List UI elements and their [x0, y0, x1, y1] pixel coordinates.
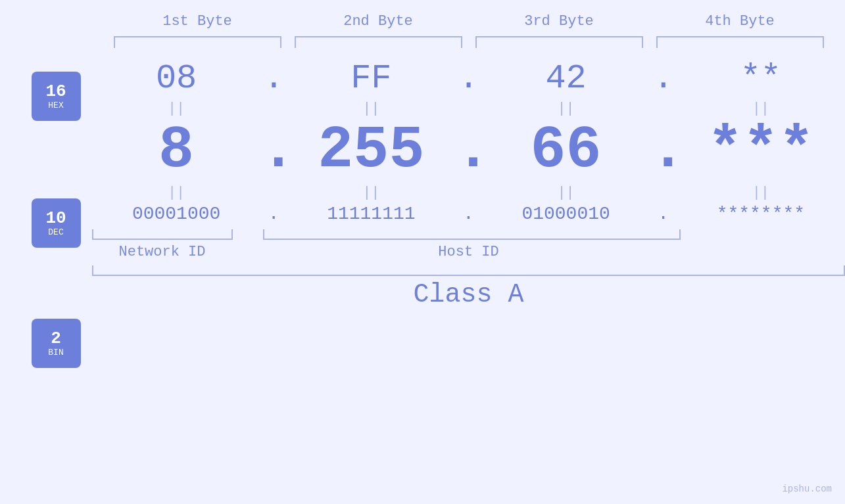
- dec-row: 8 . 255 . 66 . ***: [92, 118, 845, 183]
- hex-byte4: **: [677, 58, 845, 99]
- dec-dot2: .: [456, 118, 482, 183]
- bin-byte2: 11111111: [287, 202, 455, 226]
- hex-dot1: .: [260, 58, 287, 99]
- eq2-b4: ||: [677, 185, 845, 201]
- eq1-b3: ||: [482, 101, 650, 117]
- dec-dot3: .: [650, 118, 677, 183]
- dec-byte1: 8: [92, 118, 260, 183]
- bracket-byte3: [475, 36, 643, 48]
- bin-badge: 2 BIN: [32, 319, 81, 368]
- hex-byte1: 08: [92, 58, 260, 99]
- badges-column: 16 HEX 10 DEC 2 BIN: [0, 52, 92, 373]
- label-spacer3: [705, 244, 845, 260]
- class-label: Class A: [92, 280, 845, 309]
- dec-byte2: 255: [287, 118, 455, 183]
- dec-byte3: 66: [482, 118, 650, 183]
- network-bracket: [92, 229, 233, 240]
- bin-dot3: .: [650, 202, 677, 226]
- top-brackets: [107, 36, 831, 48]
- bin-dot2: .: [456, 202, 482, 226]
- byte2-header: 2nd Byte: [288, 13, 469, 30]
- eq1-b4: ||: [677, 101, 845, 117]
- host-id-label: Host ID: [258, 244, 679, 260]
- hex-dot2: .: [456, 58, 482, 99]
- bracket-byte1: [114, 36, 281, 48]
- eq2-b3: ||: [482, 185, 650, 201]
- hex-byte2: FF: [287, 58, 455, 99]
- bin-byte4: ********: [677, 202, 845, 226]
- bottom-brackets-row: [92, 229, 845, 240]
- label-spacer2: [679, 244, 705, 260]
- data-area: 08 . FF . 42 . ** || || || || 8 .: [92, 52, 845, 309]
- bracket-byte4: [656, 36, 824, 48]
- header-row: 1st Byte 2nd Byte 3rd Byte 4th Byte: [107, 13, 831, 30]
- eq2-b2: ||: [287, 185, 455, 201]
- label-spacer1: [232, 244, 258, 260]
- dec-dot1: .: [260, 118, 287, 183]
- bracket-byte2: [295, 36, 462, 48]
- main-container: 1st Byte 2nd Byte 3rd Byte 4th Byte 16 H…: [0, 0, 845, 504]
- eq1-b2: ||: [287, 101, 455, 117]
- host-bracket: [263, 229, 681, 240]
- byte1-header: 1st Byte: [107, 13, 288, 30]
- big-bottom-bracket: [92, 265, 845, 276]
- bin-row: 00001000 . 11111111 . 01000010 . *******…: [92, 202, 845, 226]
- byte4-header: 4th Byte: [650, 13, 831, 30]
- hex-dot3: .: [650, 58, 677, 99]
- eq2-b1: ||: [92, 185, 260, 201]
- bin-byte1: 00001000: [92, 202, 260, 226]
- byte3-header: 3rd Byte: [469, 13, 650, 30]
- eq1-b1: ||: [92, 101, 260, 117]
- bottom-labels-row: Network ID Host ID: [92, 244, 845, 260]
- bin-dot1: .: [260, 202, 287, 226]
- dec-badge: 10 DEC: [32, 198, 81, 248]
- hex-row: 08 . FF . 42 . **: [92, 58, 845, 99]
- hex-byte3: 42: [482, 58, 650, 99]
- watermark: ipshu.com: [782, 484, 832, 494]
- network-id-label: Network ID: [92, 244, 232, 260]
- dec-byte4: ***: [677, 118, 845, 183]
- eq-row2: || || || ||: [92, 185, 845, 201]
- hex-badge: 16 HEX: [32, 72, 81, 121]
- eq-row1: || || || ||: [92, 101, 845, 117]
- bin-byte3: 01000010: [482, 202, 650, 226]
